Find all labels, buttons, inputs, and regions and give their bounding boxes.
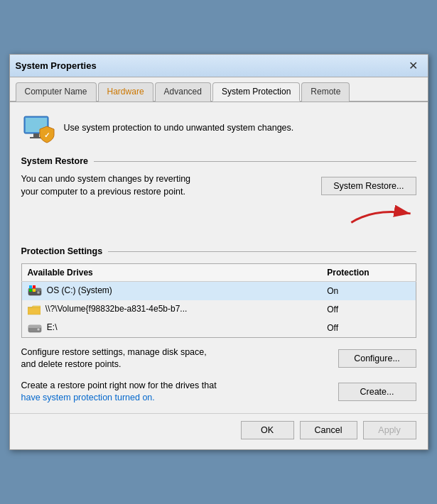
dialog-footer: OK Cancel Apply [10, 413, 428, 449]
svg-point-15 [37, 328, 40, 331]
drive-name-2: E:\ [47, 322, 58, 332]
content-area: ✓ Use system protection to undo unwanted… [10, 102, 428, 412]
svg-text:✓: ✓ [44, 131, 50, 139]
close-button[interactable]: ✕ [405, 57, 422, 75]
svg-rect-10 [33, 285, 36, 288]
section-divider-2 [108, 251, 416, 252]
system-restore-header: System Restore [21, 156, 416, 166]
table-row[interactable]: \\?\Volume{f98832be-a831-4e5b-b7... Off [21, 300, 416, 318]
window-title: System Properties [16, 60, 405, 71]
protection-status-1: Off [321, 300, 416, 318]
system-restore-section: System Restore You can undo system chang… [21, 156, 416, 235]
protection-icon: ✓ [21, 111, 55, 145]
system-drive-icon [28, 285, 42, 297]
cancel-button[interactable]: Cancel [300, 421, 357, 439]
create-row: Create a restore point right now for the… [21, 380, 416, 405]
drive-name: OS (C:) (System) [47, 286, 112, 296]
svg-point-8 [37, 291, 40, 294]
tab-remote[interactable]: Remote [301, 82, 350, 102]
protection-settings-label: Protection Settings [21, 246, 103, 256]
drive-name-cell: OS (C:) (System) [21, 282, 321, 301]
configure-row: Configure restore settings, manage disk … [21, 346, 416, 371]
table-row[interactable]: OS (C:) (System) On [21, 282, 416, 301]
configure-button[interactable]: Configure... [338, 349, 416, 368]
section-divider [94, 161, 416, 162]
restore-description: You can undo system changes by reverting… [21, 173, 315, 198]
col-protection: Protection [321, 264, 416, 282]
tab-bar: Computer Name Hardware Advanced System P… [10, 77, 428, 102]
create-desc-normal: Create a restore point right now for the… [21, 380, 217, 390]
apply-button[interactable]: Apply [363, 421, 416, 439]
svg-rect-2 [33, 133, 39, 137]
protection-settings-section: Protection Settings Available Drives Pro… [21, 246, 416, 337]
tab-computer-name[interactable]: Computer Name [16, 82, 97, 102]
system-properties-dialog: System Properties ✕ Computer Name Hardwa… [9, 54, 428, 449]
protection-settings-header: Protection Settings [21, 246, 416, 256]
svg-rect-11 [29, 289, 32, 292]
info-text: Use system protection to undo unwanted s… [64, 123, 294, 133]
svg-rect-14 [28, 325, 41, 328]
protection-status-2: Off [321, 319, 416, 338]
drive-name-cell-2: E:\ [21, 319, 321, 338]
protection-status-0: On [321, 282, 416, 301]
system-restore-label: System Restore [21, 156, 89, 166]
title-bar: System Properties ✕ [10, 55, 428, 77]
system-restore-button[interactable]: System Restore... [321, 177, 416, 195]
create-button[interactable]: Create... [338, 383, 416, 401]
tab-advanced[interactable]: Advanced [155, 82, 211, 102]
svg-rect-12 [33, 289, 36, 292]
svg-rect-9 [29, 285, 32, 288]
arrow-area [21, 198, 416, 235]
configure-description: Configure restore settings, manage disk … [21, 346, 331, 371]
drive-icon [28, 322, 42, 334]
arrow-icon [345, 201, 416, 229]
computer-shield-svg: ✓ [21, 111, 55, 145]
tab-system-protection[interactable]: System Protection [212, 82, 300, 102]
table-header-row: Available Drives Protection [21, 264, 416, 282]
drives-table: Available Drives Protection [21, 263, 416, 337]
col-drives: Available Drives [21, 264, 321, 282]
table-row[interactable]: E:\ Off [21, 319, 416, 338]
ok-button[interactable]: OK [241, 421, 294, 439]
create-desc-blue: have system protection turned on. [21, 393, 155, 402]
info-banner: ✓ Use system protection to undo unwanted… [21, 111, 416, 145]
tab-hardware[interactable]: Hardware [98, 82, 153, 102]
folder-icon [28, 305, 41, 315]
restore-row: You can undo system changes by reverting… [21, 173, 416, 198]
drive-name-cell-1: \\?\Volume{f98832be-a831-4e5b-b7... [21, 300, 321, 318]
create-description: Create a restore point right now for the… [21, 380, 331, 405]
drive-name-1: \\?\Volume{f98832be-a831-4e5b-b7... [45, 304, 188, 314]
